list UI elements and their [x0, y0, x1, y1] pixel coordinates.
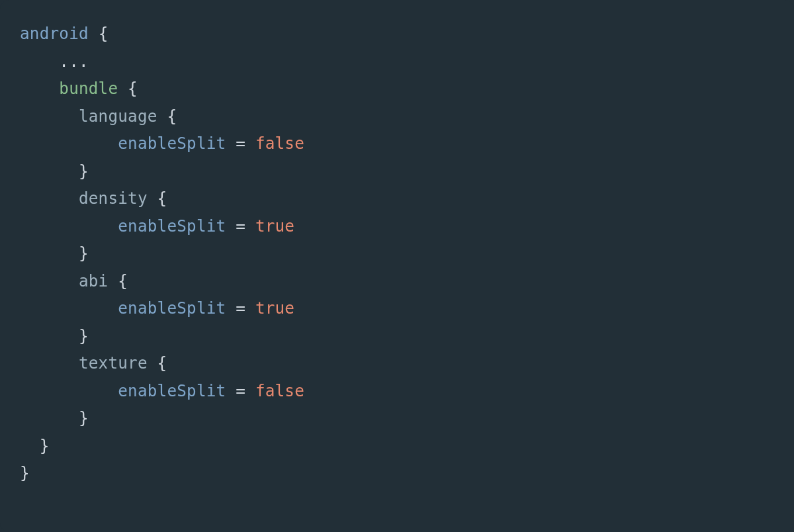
close-brace: } [79, 244, 89, 263]
property: enableSplit [118, 298, 226, 318]
block-name-abi: abi [79, 271, 108, 290]
value: true [255, 298, 294, 318]
open-brace: { [99, 24, 109, 43]
open-brace: { [167, 107, 177, 126]
close-brace: } [20, 463, 30, 482]
property: enableSplit [118, 134, 226, 153]
property: enableSplit [118, 216, 226, 236]
equals: = [236, 381, 245, 400]
block-name-density: density [79, 189, 148, 208]
value: false [255, 381, 304, 400]
close-brace: } [79, 161, 89, 181]
block-name-texture: texture [79, 353, 148, 373]
value: true [255, 216, 294, 236]
keyword-bundle: bundle [59, 79, 118, 98]
block-name-language: language [79, 107, 157, 126]
code-block: android { ... bundle { language { enable… [0, 0, 794, 532]
open-brace: { [157, 189, 167, 208]
open-brace: { [118, 271, 128, 290]
close-brace: } [79, 326, 89, 345]
equals: = [236, 134, 245, 153]
equals: = [236, 298, 245, 318]
open-brace: { [157, 353, 167, 373]
value: false [255, 134, 304, 153]
close-brace: } [40, 436, 50, 455]
ellipsis: ... [59, 52, 88, 71]
equals: = [236, 216, 245, 236]
property: enableSplit [118, 381, 226, 400]
open-brace: { [128, 79, 138, 98]
close-brace: } [79, 408, 89, 427]
keyword-android: android [20, 24, 89, 43]
